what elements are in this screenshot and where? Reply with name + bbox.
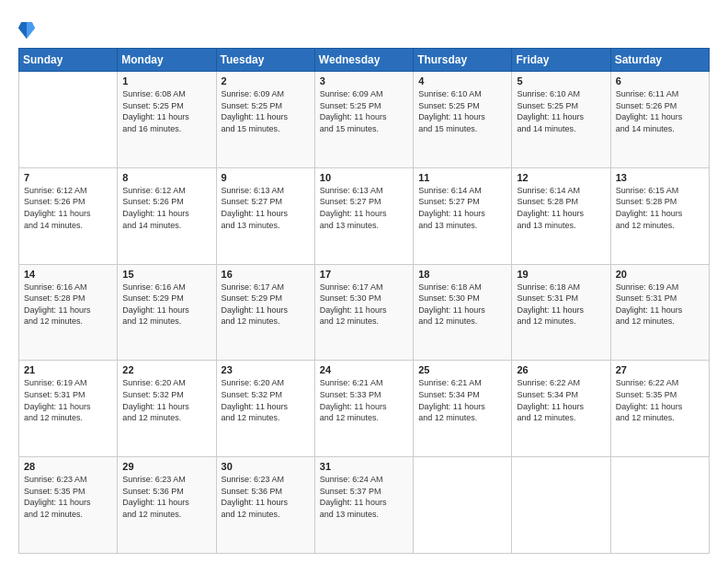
day-number: 3 — [320, 75, 408, 86]
header — [18, 17, 710, 40]
cell-info: Sunrise: 6:22 AM Sunset: 5:34 PM Dayligh… — [517, 377, 605, 423]
calendar-body: 1Sunrise: 6:08 AM Sunset: 5:25 PM Daylig… — [19, 72, 710, 554]
calendar-cell: 21Sunrise: 6:19 AM Sunset: 5:31 PM Dayli… — [19, 361, 118, 457]
day-number: 13 — [616, 172, 704, 183]
calendar-cell: 10Sunrise: 6:13 AM Sunset: 5:27 PM Dayli… — [314, 167, 413, 264]
day-number: 12 — [517, 172, 605, 183]
cell-info: Sunrise: 6:19 AM Sunset: 5:31 PM Dayligh… — [24, 377, 112, 423]
calendar-cell: 20Sunrise: 6:19 AM Sunset: 5:31 PM Dayli… — [610, 264, 709, 361]
cell-info: Sunrise: 6:20 AM Sunset: 5:32 PM Dayligh… — [222, 377, 310, 423]
cell-info: Sunrise: 6:24 AM Sunset: 5:37 PM Dayligh… — [320, 474, 408, 520]
day-number: 28 — [24, 461, 112, 472]
day-number: 20 — [616, 269, 704, 280]
calendar-cell: 17Sunrise: 6:17 AM Sunset: 5:30 PM Dayli… — [314, 264, 413, 361]
cell-info: Sunrise: 6:20 AM Sunset: 5:32 PM Dayligh… — [122, 377, 210, 423]
calendar-header: SundayMondayTuesdayWednesdayThursdayFrid… — [19, 49, 710, 72]
calendar-cell: 5Sunrise: 6:10 AM Sunset: 5:25 PM Daylig… — [512, 72, 610, 168]
day-number: 5 — [517, 75, 605, 86]
day-number: 16 — [222, 269, 310, 280]
day-header-saturday: Saturday — [610, 49, 709, 72]
cell-info: Sunrise: 6:12 AM Sunset: 5:26 PM Dayligh… — [122, 185, 210, 231]
calendar-cell: 30Sunrise: 6:23 AM Sunset: 5:36 PM Dayli… — [216, 457, 314, 554]
svg-marker-1 — [18, 22, 27, 39]
calendar-cell: 2Sunrise: 6:09 AM Sunset: 5:25 PM Daylig… — [216, 72, 314, 168]
day-number: 8 — [122, 172, 210, 183]
cell-info: Sunrise: 6:23 AM Sunset: 5:35 PM Dayligh… — [24, 474, 112, 520]
calendar-cell: 7Sunrise: 6:12 AM Sunset: 5:26 PM Daylig… — [19, 167, 118, 264]
day-header-tuesday: Tuesday — [216, 49, 314, 72]
cell-info: Sunrise: 6:11 AM Sunset: 5:26 PM Dayligh… — [616, 88, 704, 134]
day-number: 10 — [320, 172, 408, 183]
day-number: 25 — [418, 364, 506, 375]
calendar-cell: 8Sunrise: 6:12 AM Sunset: 5:26 PM Daylig… — [118, 167, 216, 264]
calendar-cell: 9Sunrise: 6:13 AM Sunset: 5:27 PM Daylig… — [216, 167, 314, 264]
calendar-cell: 6Sunrise: 6:11 AM Sunset: 5:26 PM Daylig… — [610, 72, 709, 168]
page: SundayMondayTuesdayWednesdayThursdayFrid… — [0, 0, 728, 563]
day-header-wednesday: Wednesday — [314, 49, 413, 72]
day-number: 6 — [616, 75, 704, 86]
cell-info: Sunrise: 6:22 AM Sunset: 5:35 PM Dayligh… — [616, 377, 704, 423]
day-number: 31 — [320, 461, 408, 472]
day-number: 18 — [418, 269, 506, 280]
cell-info: Sunrise: 6:12 AM Sunset: 5:26 PM Dayligh… — [24, 185, 112, 231]
cell-info: Sunrise: 6:09 AM Sunset: 5:25 PM Dayligh… — [222, 88, 310, 134]
day-number: 4 — [418, 75, 506, 86]
calendar-cell: 28Sunrise: 6:23 AM Sunset: 5:35 PM Dayli… — [19, 457, 118, 554]
cell-info: Sunrise: 6:21 AM Sunset: 5:33 PM Dayligh… — [320, 377, 408, 423]
calendar-cell: 1Sunrise: 6:08 AM Sunset: 5:25 PM Daylig… — [118, 72, 216, 168]
calendar-cell: 23Sunrise: 6:20 AM Sunset: 5:32 PM Dayli… — [216, 361, 314, 457]
calendar-cell: 27Sunrise: 6:22 AM Sunset: 5:35 PM Dayli… — [610, 361, 709, 457]
cell-info: Sunrise: 6:17 AM Sunset: 5:29 PM Dayligh… — [222, 282, 310, 327]
cell-info: Sunrise: 6:13 AM Sunset: 5:27 PM Dayligh… — [320, 185, 408, 231]
calendar-cell: 14Sunrise: 6:16 AM Sunset: 5:28 PM Dayli… — [19, 264, 118, 361]
cell-info: Sunrise: 6:19 AM Sunset: 5:31 PM Dayligh… — [616, 282, 704, 327]
day-number: 14 — [24, 269, 112, 280]
header-row: SundayMondayTuesdayWednesdayThursdayFrid… — [19, 49, 710, 72]
calendar-cell: 31Sunrise: 6:24 AM Sunset: 5:37 PM Dayli… — [314, 457, 413, 554]
day-number: 27 — [616, 364, 704, 375]
cell-info: Sunrise: 6:13 AM Sunset: 5:27 PM Dayligh… — [222, 185, 310, 231]
day-number: 17 — [320, 269, 408, 280]
cell-info: Sunrise: 6:23 AM Sunset: 5:36 PM Dayligh… — [222, 474, 310, 520]
calendar-cell: 19Sunrise: 6:18 AM Sunset: 5:31 PM Dayli… — [512, 264, 610, 361]
cell-info: Sunrise: 6:16 AM Sunset: 5:28 PM Dayligh… — [24, 282, 112, 327]
calendar-cell: 26Sunrise: 6:22 AM Sunset: 5:34 PM Dayli… — [512, 361, 610, 457]
calendar-cell: 25Sunrise: 6:21 AM Sunset: 5:34 PM Dayli… — [414, 361, 512, 457]
day-number: 1 — [122, 75, 210, 86]
week-row-3: 21Sunrise: 6:19 AM Sunset: 5:31 PM Dayli… — [19, 361, 710, 457]
calendar-cell: 15Sunrise: 6:16 AM Sunset: 5:29 PM Dayli… — [118, 264, 216, 361]
calendar-cell — [414, 457, 512, 554]
cell-info: Sunrise: 6:14 AM Sunset: 5:28 PM Dayligh… — [517, 185, 605, 231]
calendar-cell: 24Sunrise: 6:21 AM Sunset: 5:33 PM Dayli… — [314, 361, 413, 457]
calendar-cell: 12Sunrise: 6:14 AM Sunset: 5:28 PM Dayli… — [512, 167, 610, 264]
cell-info: Sunrise: 6:16 AM Sunset: 5:29 PM Dayligh… — [122, 282, 210, 327]
day-number: 26 — [517, 364, 605, 375]
day-number: 9 — [222, 172, 310, 183]
calendar-cell: 22Sunrise: 6:20 AM Sunset: 5:32 PM Dayli… — [118, 361, 216, 457]
cell-info: Sunrise: 6:14 AM Sunset: 5:27 PM Dayligh… — [418, 185, 506, 231]
calendar-cell: 29Sunrise: 6:23 AM Sunset: 5:36 PM Dayli… — [118, 457, 216, 554]
cell-info: Sunrise: 6:10 AM Sunset: 5:25 PM Dayligh… — [517, 88, 605, 134]
day-number: 11 — [418, 172, 506, 183]
logo-icon — [18, 20, 35, 40]
week-row-0: 1Sunrise: 6:08 AM Sunset: 5:25 PM Daylig… — [19, 72, 710, 168]
cell-info: Sunrise: 6:23 AM Sunset: 5:36 PM Dayligh… — [122, 474, 210, 520]
cell-info: Sunrise: 6:08 AM Sunset: 5:25 PM Dayligh… — [122, 88, 210, 134]
day-header-sunday: Sunday — [19, 49, 118, 72]
calendar-table: SundayMondayTuesdayWednesdayThursdayFrid… — [18, 48, 710, 554]
cell-info: Sunrise: 6:18 AM Sunset: 5:30 PM Dayligh… — [418, 282, 506, 327]
cell-info: Sunrise: 6:18 AM Sunset: 5:31 PM Dayligh… — [517, 282, 605, 327]
cell-info: Sunrise: 6:21 AM Sunset: 5:34 PM Dayligh… — [418, 377, 506, 423]
svg-marker-2 — [27, 22, 35, 39]
calendar-cell: 13Sunrise: 6:15 AM Sunset: 5:28 PM Dayli… — [610, 167, 709, 264]
calendar-cell — [610, 457, 709, 554]
day-number: 22 — [122, 364, 210, 375]
day-number: 7 — [24, 172, 112, 183]
calendar-cell: 4Sunrise: 6:10 AM Sunset: 5:25 PM Daylig… — [414, 72, 512, 168]
day-number: 23 — [222, 364, 310, 375]
day-number: 24 — [320, 364, 408, 375]
calendar-cell: 3Sunrise: 6:09 AM Sunset: 5:25 PM Daylig… — [314, 72, 413, 168]
cell-info: Sunrise: 6:09 AM Sunset: 5:25 PM Dayligh… — [320, 88, 408, 134]
week-row-4: 28Sunrise: 6:23 AM Sunset: 5:35 PM Dayli… — [19, 457, 710, 554]
week-row-1: 7Sunrise: 6:12 AM Sunset: 5:26 PM Daylig… — [19, 167, 710, 264]
